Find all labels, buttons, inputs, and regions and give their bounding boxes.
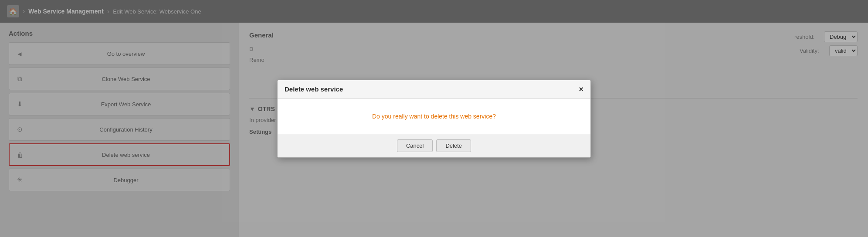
modal-footer: Cancel Delete [278,134,590,157]
modal-delete-button[interactable]: Delete [436,139,471,152]
delete-modal: Delete web service × Do you really want … [277,80,591,158]
modal-close-button[interactable]: × [579,85,583,93]
modal-warning-text: Do you really want to delete this web se… [372,113,496,120]
modal-header: Delete web service × [278,80,590,99]
modal-overlay[interactable]: Delete web service × Do you really want … [0,0,868,237]
modal-cancel-button[interactable]: Cancel [397,139,433,152]
modal-body: Do you really want to delete this web se… [278,99,590,134]
modal-title: Delete web service [285,85,343,93]
